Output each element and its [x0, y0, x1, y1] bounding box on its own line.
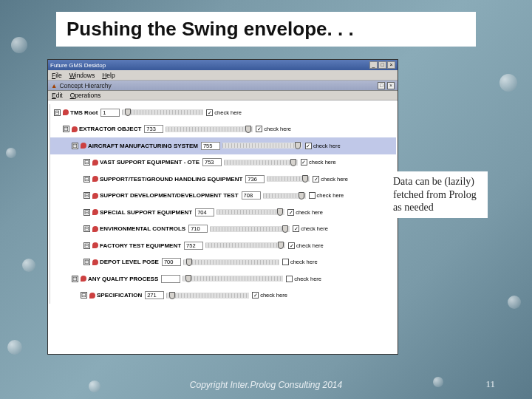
expand-toggle[interactable]: ⊟: [83, 159, 90, 166]
value-input[interactable]: [161, 275, 180, 283]
node-label[interactable]: SPECIFICATION: [97, 292, 142, 299]
value-input[interactable]: [188, 225, 208, 233]
checkbox-label: check here: [301, 225, 328, 232]
menu-operations[interactable]: Operations: [70, 92, 101, 99]
slider-thumb[interactable]: [282, 225, 288, 233]
expand-toggle[interactable]: ⊟: [72, 276, 78, 282]
expand-toggle[interactable]: ⊟: [83, 225, 90, 232]
value-input[interactable]: [202, 158, 222, 166]
value-input[interactable]: [242, 191, 261, 200]
check-here[interactable]: ✓check here: [293, 225, 328, 232]
expand-toggle[interactable]: ⊟: [83, 209, 90, 216]
menubar: File Windows Help: [48, 70, 398, 81]
slider-thumb[interactable]: [186, 259, 192, 266]
value-input[interactable]: [245, 175, 265, 183]
checkbox-label: check here: [296, 242, 324, 249]
check-here[interactable]: check here: [309, 192, 344, 199]
check-here[interactable]: check here: [286, 276, 321, 282]
check-here[interactable]: ✓check here: [256, 126, 291, 132]
tree-row: ⊟EXTRACTOR OBJECT✓check here: [50, 121, 396, 138]
menu-edit[interactable]: Edit: [52, 92, 63, 99]
slider-track[interactable]: [263, 193, 306, 199]
expand-toggle[interactable]: ⊟: [81, 292, 87, 299]
check-here[interactable]: ✓check here: [301, 159, 336, 166]
node-label[interactable]: TMS Root: [70, 109, 98, 116]
checkbox-icon[interactable]: [309, 192, 316, 199]
checkbox-icon[interactable]: ✓: [288, 242, 295, 249]
checkbox-icon[interactable]: ✓: [256, 126, 262, 132]
slider-thumb[interactable]: [278, 242, 284, 249]
checkbox-icon[interactable]: ✓: [287, 209, 294, 216]
node-label[interactable]: ANY QUALITY PROCESS: [88, 276, 158, 282]
menu-windows[interactable]: Windows: [69, 72, 95, 79]
node-label[interactable]: ENVIRONMENTAL CONTROLS: [100, 225, 185, 232]
expand-toggle[interactable]: ⊟: [83, 192, 90, 199]
slider-track[interactable]: [183, 276, 283, 282]
slider-track[interactable]: [216, 209, 284, 215]
menu-help[interactable]: Help: [102, 72, 115, 79]
check-here[interactable]: ✓check here: [252, 292, 287, 299]
slider-track[interactable]: [122, 109, 203, 115]
slider-thumb[interactable]: [290, 159, 296, 166]
expand-toggle[interactable]: ⊟: [72, 143, 78, 149]
checkbox-icon[interactable]: ✓: [206, 109, 213, 116]
slider-track[interactable]: [210, 226, 290, 232]
close-button[interactable]: ×: [387, 61, 395, 69]
node-label[interactable]: FACTORY TEST EQUIPMENT: [100, 242, 181, 249]
checkbox-icon[interactable]: [282, 259, 289, 265]
checkbox-icon[interactable]: ✓: [301, 159, 307, 166]
node-label[interactable]: SPECIAL SUPPORT EQUIPMENT: [100, 209, 192, 216]
slider-thumb[interactable]: [295, 142, 301, 149]
slider-thumb[interactable]: [125, 109, 131, 116]
slider-track[interactable]: [183, 259, 279, 265]
value-input[interactable]: [162, 258, 181, 266]
node-label[interactable]: DEPOT LEVEL POSE: [100, 259, 159, 265]
slider-thumb[interactable]: [277, 208, 283, 216]
check-here[interactable]: ✓check here: [206, 109, 242, 116]
checkbox-label: check here: [321, 176, 348, 183]
minimize-button[interactable]: _: [369, 61, 378, 69]
maximize-button[interactable]: □: [378, 61, 386, 69]
slider-track[interactable]: [222, 143, 302, 149]
node-label[interactable]: AIRCRAFT MANUFACTURING SYSTEM: [88, 143, 198, 149]
slider-thumb[interactable]: [245, 126, 251, 133]
expand-toggle[interactable]: ⊟: [83, 242, 90, 249]
value-input[interactable]: [184, 242, 203, 250]
checkbox-icon[interactable]: ✓: [293, 225, 299, 232]
value-input[interactable]: [144, 125, 163, 133]
panel-titlebar: ▲Concept Hierarchy □ ×: [48, 81, 398, 91]
checkbox-icon[interactable]: ✓: [305, 143, 312, 149]
expand-toggle[interactable]: ⊟: [54, 109, 61, 116]
check-here[interactable]: ✓check here: [305, 143, 341, 149]
expand-toggle[interactable]: ⊟: [83, 259, 90, 265]
slider-thumb[interactable]: [185, 275, 191, 282]
panel-max-icon[interactable]: □: [378, 82, 385, 89]
node-label[interactable]: VAST SUPPORT EQUIPMENT - OTE: [100, 159, 200, 166]
check-here[interactable]: check here: [282, 259, 318, 265]
checkbox-icon[interactable]: [286, 276, 293, 282]
slider-thumb[interactable]: [299, 192, 304, 200]
slider-track[interactable]: [267, 176, 310, 182]
value-input[interactable]: [201, 142, 220, 150]
slider-thumb[interactable]: [302, 175, 308, 183]
expand-toggle[interactable]: ⊟: [63, 126, 69, 132]
value-input[interactable]: [100, 109, 120, 117]
slider-track[interactable]: [166, 293, 249, 299]
slider-track[interactable]: [166, 126, 253, 132]
expand-toggle[interactable]: ⊟: [83, 176, 90, 183]
node-label[interactable]: SUPPORT/TEST/GROUND HANDLING EQUIPMENT: [100, 176, 242, 183]
slider-track[interactable]: [224, 160, 298, 166]
slider-track[interactable]: [205, 242, 285, 248]
check-here[interactable]: ✓check here: [287, 209, 323, 216]
check-here[interactable]: ✓check here: [288, 242, 324, 249]
check-here[interactable]: ✓check here: [313, 176, 348, 183]
panel-close-icon[interactable]: ×: [387, 82, 395, 89]
checkbox-icon[interactable]: ✓: [252, 292, 259, 299]
slider-thumb[interactable]: [169, 292, 175, 299]
node-label[interactable]: EXTRACTOR OBJECT: [79, 126, 141, 132]
checkbox-icon[interactable]: ✓: [313, 176, 319, 183]
node-label[interactable]: SUPPORT DEVELOPMENT/DEVELOPMENT TEST: [100, 192, 239, 199]
value-input[interactable]: [145, 291, 164, 299]
menu-file[interactable]: File: [52, 72, 62, 79]
value-input[interactable]: [195, 208, 214, 216]
